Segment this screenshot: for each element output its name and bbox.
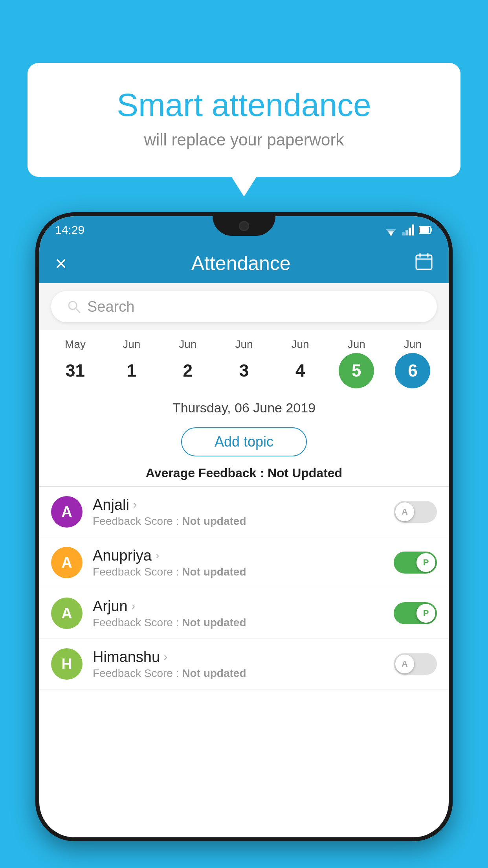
date-col[interactable]: Jun3 xyxy=(218,338,270,388)
month-label: Jun xyxy=(179,338,196,351)
svg-rect-10 xyxy=(420,227,429,233)
avatar: A xyxy=(51,496,83,528)
svg-rect-5 xyxy=(405,230,408,235)
month-label: Jun xyxy=(404,338,422,351)
search-bar-container: Search xyxy=(39,283,449,330)
date-row: May31Jun1Jun2Jun3Jun4Jun5Jun6 xyxy=(39,338,449,388)
status-time: 14:29 xyxy=(55,223,84,237)
battery-icon xyxy=(419,226,433,234)
app-bar: × Attendance xyxy=(39,244,449,283)
day-circle[interactable]: 2 xyxy=(170,353,205,388)
status-icons xyxy=(384,224,433,235)
speech-bubble-container: Smart attendance will replace your paper… xyxy=(28,63,460,177)
attendance-toggle[interactable]: P xyxy=(394,552,437,574)
student-score: Feedback Score : Not updated xyxy=(93,515,394,528)
toggle-knob: P xyxy=(416,553,435,572)
avg-feedback-value: Not Updated xyxy=(268,466,342,480)
month-label: Jun xyxy=(348,338,365,351)
add-topic-button[interactable]: Add topic xyxy=(181,427,307,456)
avg-feedback-label: Average Feedback : xyxy=(146,466,268,480)
phone-inner: 14:29 xyxy=(35,212,453,841)
month-label: Jun xyxy=(292,338,309,351)
chevron-right-icon: › xyxy=(132,600,135,612)
chevron-right-icon: › xyxy=(156,549,159,562)
student-item[interactable]: AAnjali ›Feedback Score : Not updatedA xyxy=(39,487,449,537)
student-list: AAnjali ›Feedback Score : Not updatedAAA… xyxy=(39,487,449,690)
student-score: Feedback Score : Not updated xyxy=(93,667,394,680)
search-icon xyxy=(67,300,81,314)
toggle-knob: A xyxy=(395,655,414,673)
toggle-container[interactable]: A xyxy=(394,501,437,523)
day-circle[interactable]: 4 xyxy=(283,353,318,388)
avatar: H xyxy=(51,648,83,680)
attendance-toggle[interactable]: P xyxy=(394,602,437,624)
calendar-icon[interactable] xyxy=(415,252,433,274)
app-bar-title: Attendance xyxy=(191,252,291,275)
svg-rect-7 xyxy=(412,224,414,235)
attendance-toggle[interactable]: A xyxy=(394,501,437,523)
month-label: Jun xyxy=(123,338,140,351)
search-placeholder[interactable]: Search xyxy=(87,298,134,315)
student-name: Himanshu › xyxy=(93,649,394,666)
student-name: Anjali › xyxy=(93,497,394,513)
day-circle[interactable]: 5 xyxy=(339,353,374,388)
search-bar[interactable]: Search xyxy=(51,291,437,322)
date-col[interactable]: Jun1 xyxy=(106,338,157,388)
day-circle[interactable]: 6 xyxy=(395,353,430,388)
month-label: May xyxy=(65,338,86,351)
phone-frame: 14:29 xyxy=(35,212,453,841)
phone-screen: 14:29 xyxy=(39,216,449,837)
day-circle[interactable]: 3 xyxy=(226,353,262,388)
student-info: Himanshu ›Feedback Score : Not updated xyxy=(93,649,394,680)
student-score: Feedback Score : Not updated xyxy=(93,566,394,578)
calendar-strip: May31Jun1Jun2Jun3Jun4Jun5Jun6 xyxy=(39,330,449,392)
student-score: Feedback Score : Not updated xyxy=(93,616,394,629)
avatar: A xyxy=(51,547,83,578)
student-info: Anjali ›Feedback Score : Not updated xyxy=(93,497,394,528)
speech-bubble-title: Smart attendance xyxy=(59,86,429,123)
close-button[interactable]: × xyxy=(55,252,67,275)
svg-rect-9 xyxy=(431,228,432,232)
date-col[interactable]: Jun2 xyxy=(162,338,213,388)
selected-date-label: Thursday, 06 June 2019 xyxy=(39,392,449,419)
attendance-toggle[interactable]: A xyxy=(394,653,437,675)
svg-line-16 xyxy=(75,308,80,313)
avatar: A xyxy=(51,598,83,629)
date-col[interactable]: May31 xyxy=(50,338,101,388)
student-name: Anupriya › xyxy=(93,547,394,564)
student-info: Arjun ›Feedback Score : Not updated xyxy=(93,598,394,629)
notch xyxy=(213,216,275,236)
toggle-knob: A xyxy=(395,502,414,521)
front-camera xyxy=(239,221,249,231)
month-label: Jun xyxy=(235,338,253,351)
svg-rect-11 xyxy=(416,255,432,269)
date-col[interactable]: Jun4 xyxy=(275,338,326,388)
student-info: Anupriya ›Feedback Score : Not updated xyxy=(93,547,394,578)
toggle-knob: P xyxy=(416,604,435,623)
student-name: Arjun › xyxy=(93,598,394,615)
student-item[interactable]: AArjun ›Feedback Score : Not updatedP xyxy=(39,588,449,639)
toggle-container[interactable]: P xyxy=(394,602,437,624)
avg-feedback: Average Feedback : Not Updated xyxy=(39,466,449,486)
date-col[interactable]: Jun5 xyxy=(331,338,382,388)
wifi-icon xyxy=(384,224,398,235)
chevron-right-icon: › xyxy=(164,651,167,663)
date-col[interactable]: Jun6 xyxy=(387,338,438,388)
student-item[interactable]: HHimanshu ›Feedback Score : Not updatedA xyxy=(39,639,449,690)
signal-icon xyxy=(402,224,414,235)
speech-bubble: Smart attendance will replace your paper… xyxy=(28,63,460,177)
toggle-container[interactable]: A xyxy=(394,653,437,675)
day-circle[interactable]: 1 xyxy=(114,353,149,388)
student-item[interactable]: AAnupriya ›Feedback Score : Not updatedP xyxy=(39,537,449,588)
svg-rect-4 xyxy=(402,232,405,235)
toggle-container[interactable]: P xyxy=(394,552,437,574)
day-circle[interactable]: 31 xyxy=(58,353,93,388)
chevron-right-icon: › xyxy=(133,498,137,511)
speech-bubble-subtitle: will replace your paperwork xyxy=(59,131,429,149)
svg-rect-6 xyxy=(409,228,411,235)
